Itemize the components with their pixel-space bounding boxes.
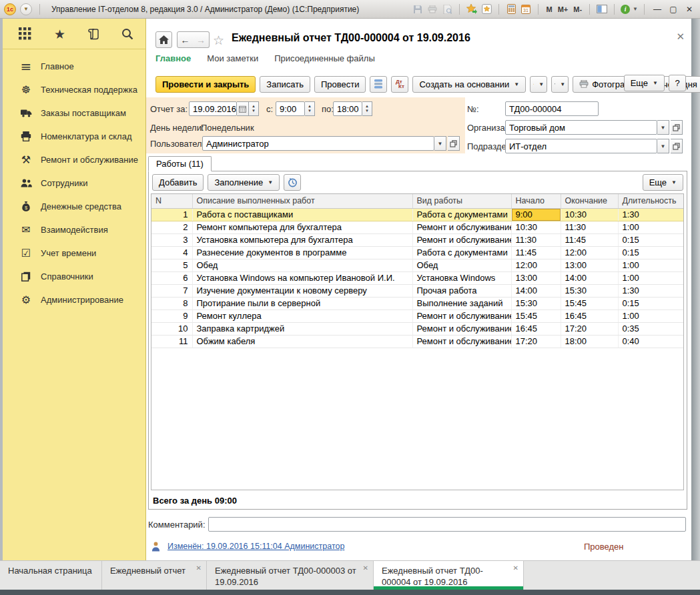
cell-dur[interactable]: 0:15 xyxy=(618,233,683,246)
column-header-2[interactable]: Вид работы xyxy=(412,194,511,208)
add-row-button[interactable]: Добавить xyxy=(152,174,204,191)
sidebar-item-supplier-orders[interactable]: Заказы поставщикам xyxy=(3,101,145,125)
cell-n[interactable]: 1 xyxy=(151,208,192,221)
window-tab-3[interactable]: Ежедневный отчет ТД00-000004 от 19.09.20… xyxy=(374,561,524,590)
print-icon[interactable] xyxy=(426,3,438,15)
cell-start[interactable]: 13:00 xyxy=(511,271,561,284)
info-dropdown-caret[interactable]: ▼ xyxy=(633,6,638,12)
cell-desc[interactable]: Обед xyxy=(192,259,412,271)
history-icon[interactable] xyxy=(88,27,99,41)
cell-start[interactable]: 10:30 xyxy=(511,221,561,233)
column-header-3[interactable]: Начало xyxy=(511,194,561,208)
save-icon[interactable] xyxy=(412,3,424,15)
cell-desc[interactable]: Разнесение документов в программе xyxy=(192,246,412,259)
cell-desc[interactable]: Заправка картриджей xyxy=(192,322,412,335)
cell-start[interactable]: 11:45 xyxy=(511,246,561,259)
cell-dur[interactable]: 1:00 xyxy=(618,310,683,322)
form-tab-main[interactable]: Главное xyxy=(155,53,191,63)
sidebar-item-main[interactable]: ≡Главное xyxy=(3,55,145,78)
memory-recall-button[interactable]: M xyxy=(545,5,553,13)
window-tab-0[interactable]: Начальная страница xyxy=(0,561,102,590)
organization-dropdown-button[interactable]: ▼ xyxy=(657,120,669,135)
table-row[interactable]: 11Обжим кабеляРемонт и обслуживание ...1… xyxy=(151,335,683,348)
cell-dur[interactable]: 1:00 xyxy=(618,221,683,233)
chart-report-button[interactable]: ▼ xyxy=(551,76,569,93)
help-button[interactable]: ? xyxy=(669,75,686,91)
cell-desc[interactable]: Ремонт компьютера для бухгалтера xyxy=(192,221,412,233)
comment-input[interactable] xyxy=(208,517,686,532)
table-more-button[interactable]: Еще▼ xyxy=(643,174,683,191)
sidebar-item-money[interactable]: $Денежные средства xyxy=(3,195,145,218)
modified-link[interactable]: Изменён: 19.09.2016 15:11:04 Администрат… xyxy=(167,542,344,551)
table-row[interactable]: 10Заправка картриджейРемонт и обслуживан… xyxy=(151,322,683,335)
memory-subtract-button[interactable]: M- xyxy=(572,5,583,13)
cell-end[interactable]: 11:45 xyxy=(561,233,618,246)
cell-desc[interactable]: Изучение документации к новому серверу xyxy=(192,284,412,297)
tab-close-icon[interactable]: ✕ xyxy=(513,564,518,572)
cell-end[interactable]: 11:30 xyxy=(561,221,618,233)
cell-start[interactable]: 15:30 xyxy=(511,297,561,310)
sidebar-item-support[interactable]: ☸Техническая поддержка xyxy=(3,78,145,101)
cell-dur[interactable]: 0:35 xyxy=(618,322,683,335)
cell-desc[interactable]: Ремонт куллера xyxy=(192,310,412,322)
cell-n[interactable]: 8 xyxy=(151,297,192,310)
cell-n[interactable]: 11 xyxy=(151,335,192,348)
number-input[interactable]: ТД00-000004 xyxy=(505,101,599,116)
cell-n[interactable]: 7 xyxy=(151,284,192,297)
cell-type[interactable]: Ремонт и обслуживание ... xyxy=(412,233,511,246)
cell-end[interactable]: 18:00 xyxy=(561,335,618,348)
calculator-icon[interactable] xyxy=(505,3,517,15)
cell-start[interactable]: 9:00 xyxy=(511,208,561,221)
cell-start[interactable]: 11:30 xyxy=(511,233,561,246)
write-button[interactable]: Записать xyxy=(260,76,310,93)
department-input[interactable]: ИТ-отдел xyxy=(505,139,657,153)
more-button[interactable]: Еще▼ xyxy=(624,75,665,91)
cell-end[interactable]: 15:45 xyxy=(561,297,618,310)
cell-n[interactable]: 4 xyxy=(151,246,192,259)
cell-type[interactable]: Установка Windows xyxy=(412,271,511,284)
cell-n[interactable]: 3 xyxy=(151,233,192,246)
cell-type[interactable]: Работа с документами xyxy=(412,246,511,259)
sidebar-item-repair[interactable]: ⚒Ремонт и обслуживание xyxy=(3,148,145,171)
cell-desc[interactable]: Обжим кабеля xyxy=(192,335,412,348)
add-favorite-icon[interactable] xyxy=(480,3,492,15)
sidebar-item-employees[interactable]: Сотрудники xyxy=(3,171,145,195)
cell-n[interactable]: 2 xyxy=(151,221,192,233)
1c-logo-icon[interactable]: 1с xyxy=(4,3,16,15)
form-close-icon[interactable]: ✕ xyxy=(676,31,685,43)
cell-start[interactable]: 17:20 xyxy=(511,335,561,348)
cell-desc[interactable]: Установка Windows на компьютер Ивановой … xyxy=(192,271,412,284)
cell-end[interactable]: 13:00 xyxy=(561,259,618,271)
table-row[interactable]: 3Установка компьютера для бухгалтераРемо… xyxy=(151,233,683,246)
cell-end[interactable]: 12:00 xyxy=(561,246,618,259)
sections-menu-icon[interactable] xyxy=(19,27,31,41)
cell-dur[interactable]: 1:30 xyxy=(618,208,683,221)
form-tab-notes[interactable]: Мои заметки xyxy=(207,53,258,63)
report-document-button[interactable]: ▼ xyxy=(530,76,547,93)
cell-type[interactable]: Прочая работа xyxy=(412,284,511,297)
organization-open-button[interactable] xyxy=(671,120,683,135)
cell-end[interactable]: 16:45 xyxy=(561,310,618,322)
sidebar-item-catalogs[interactable]: Справочники xyxy=(3,265,145,288)
debit-credit-button[interactable]: ДтКт xyxy=(391,76,408,93)
home-button[interactable] xyxy=(155,31,172,48)
close-button[interactable]: ✕ xyxy=(683,3,696,15)
cell-type[interactable]: Работа с документами xyxy=(412,208,511,221)
fill-button[interactable]: Заполнение▼ xyxy=(208,174,280,191)
sidebar-item-stock[interactable]: Номенклатура и склад xyxy=(3,125,145,148)
register-records-button[interactable] xyxy=(370,76,387,93)
cell-dur[interactable]: 0:40 xyxy=(618,335,683,348)
time-recalc-button[interactable] xyxy=(284,174,301,191)
search-icon[interactable] xyxy=(121,27,133,41)
table-row[interactable]: 9Ремонт куллераРемонт и обслуживание ...… xyxy=(151,310,683,322)
cell-start[interactable]: 15:45 xyxy=(511,310,561,322)
minimize-button[interactable]: — xyxy=(651,3,664,15)
cell-end[interactable]: 17:20 xyxy=(561,322,618,335)
cell-end[interactable]: 14:00 xyxy=(561,271,618,284)
cell-end[interactable]: 15:30 xyxy=(561,284,618,297)
cell-n[interactable]: 9 xyxy=(151,310,192,322)
tab-close-icon[interactable]: ✕ xyxy=(363,564,368,572)
organization-input[interactable]: Торговый дом xyxy=(505,120,657,135)
column-header-0[interactable]: N xyxy=(151,194,192,208)
cell-n[interactable]: 10 xyxy=(151,322,192,335)
